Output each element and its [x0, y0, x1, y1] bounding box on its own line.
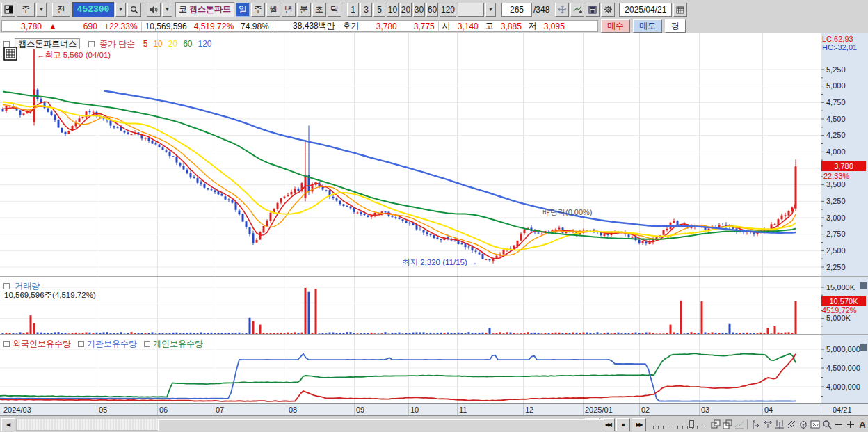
interval-button-20[interactable]: 20	[400, 3, 412, 17]
time-axis-label: 06	[159, 406, 168, 414]
toolbar-divider	[747, 419, 748, 429]
time-axis-separator	[639, 404, 640, 416]
draw-tools-button[interactable]	[786, 419, 797, 430]
pane-expand-icon[interactable]	[860, 282, 867, 289]
date-input[interactable]: 2025/04/21	[619, 3, 672, 17]
time-axis-label: 02	[641, 406, 650, 414]
top-toolbar: 주 ▼ 전 452300 ▼ ▼ 코 캡스톤파트 일주월년분초틱 1351020…	[0, 0, 868, 19]
hc-value: HC:-32,01	[822, 43, 857, 51]
time-axis-separator	[583, 404, 584, 416]
sound-dropdown-arrow[interactable]: ▼	[162, 3, 172, 17]
cube-icon	[798, 419, 808, 429]
interval-button-1[interactable]: 1	[347, 3, 359, 17]
change-percent: +22.33%	[101, 22, 141, 31]
period-tab-3[interactable]: 년	[282, 3, 296, 17]
scroll-left-button[interactable]: ◀	[1, 418, 15, 431]
buy-button[interactable]: 매수	[601, 19, 630, 33]
zoom-out-button[interactable]	[833, 419, 844, 430]
code-dropdown-arrow[interactable]: ▼	[115, 3, 126, 17]
period-tab-1[interactable]: 주	[251, 3, 265, 17]
last-date-label: 04/21	[833, 406, 852, 414]
avg-button[interactable]: 평	[665, 19, 686, 33]
ma-period-label: 20	[168, 39, 177, 49]
ma-period-legend: 5102060120	[138, 39, 212, 49]
draw-lines-icon	[787, 419, 796, 429]
save-button[interactable]	[586, 3, 600, 17]
stock-chart-window: 주 ▼ 전 452300 ▼ ▼ 코 캡스톤파트 일주월년분초틱 1351020…	[0, 0, 868, 432]
interval-button-60[interactable]: 60	[426, 3, 438, 17]
interval-button-120[interactable]: 120	[440, 3, 456, 17]
period-tab-5[interactable]: 초	[312, 3, 326, 17]
amount-value: 38,438백만	[273, 20, 339, 32]
period-tab-0[interactable]: 일	[236, 3, 250, 17]
zoom-in-button[interactable]	[845, 419, 856, 430]
save-icon	[588, 6, 597, 14]
prev-stock-button[interactable]: 전	[52, 3, 70, 17]
slider-handle[interactable]	[689, 420, 694, 428]
time-axis-separator	[157, 404, 158, 416]
time-axis-right-cell: 04/21	[821, 404, 868, 416]
low-annotation: 최저 2,320 (11/15) →	[402, 257, 477, 268]
window-panel-button[interactable]	[1, 3, 15, 17]
low-price: 3,095	[540, 22, 568, 31]
hoga-label: 호가	[339, 20, 363, 32]
snapshot-button[interactable]	[810, 419, 821, 430]
time-axis-label: 2025/01	[585, 406, 613, 414]
stock-code-input[interactable]: 452300	[72, 2, 114, 17]
time-axis-label: 10	[410, 406, 419, 414]
zigzag-tool-button[interactable]	[734, 419, 745, 430]
compare-windows-button[interactable]	[722, 419, 733, 430]
left-scale-button[interactable]	[750, 419, 762, 430]
four-arrows-icon	[558, 5, 567, 14]
interval-button-10[interactable]: 10	[387, 3, 399, 17]
open-price: 3,140	[454, 22, 482, 31]
bar-count-input[interactable]: 265	[501, 3, 532, 17]
cube-tool-button[interactable]	[798, 419, 809, 430]
bar-compress-button[interactable]	[774, 419, 785, 430]
period-tab-6[interactable]: 틱	[328, 3, 341, 17]
interval-button-5[interactable]: 5	[373, 3, 385, 17]
period-tab-4[interactable]: 분	[297, 3, 311, 17]
sell-button[interactable]: 매도	[633, 19, 662, 33]
price-axis-label: 5,250	[826, 65, 846, 74]
fast-forward-button[interactable]: ▶▶	[632, 418, 645, 431]
zoom-tool-button[interactable]	[821, 419, 833, 430]
market-label: 코	[179, 3, 187, 15]
price-axis-label: 2,500	[826, 246, 846, 255]
ma-period-label: 120	[198, 39, 211, 49]
time-axis-label: 2024/03	[3, 406, 31, 414]
move-mode-button[interactable]	[555, 3, 569, 17]
calendar-button[interactable]	[673, 3, 687, 17]
chart-style-arrow[interactable]: ▼	[485, 3, 496, 17]
minus-icon	[834, 419, 844, 429]
legend-square-icon	[78, 341, 84, 347]
time-axis-label: 05	[99, 406, 107, 414]
settings-button[interactable]	[601, 3, 615, 17]
sound-button[interactable]	[147, 3, 161, 17]
ma-period-label: 60	[183, 39, 192, 49]
interval-button-3[interactable]: 3	[360, 3, 372, 17]
holdings-axis-label: 5,000,000	[826, 345, 860, 353]
overlay-chart-button[interactable]	[710, 419, 721, 430]
price-axis-label: 4,000	[826, 147, 846, 156]
time-axis-separator	[287, 404, 287, 416]
period-week-button[interactable]: 주	[17, 3, 35, 17]
font-tool-button[interactable]: A	[857, 419, 868, 430]
bid-price: 3,775	[401, 22, 438, 31]
time-axis-separator	[457, 404, 458, 416]
holdings-legend: 외국인보유수량기관보유수량개인보유수량	[3, 338, 203, 350]
speed-slider[interactable]	[653, 419, 704, 431]
scrollbar-thumb[interactable]	[158, 419, 604, 431]
period-tab-2[interactable]: 월	[266, 3, 280, 17]
pane-expand-icon[interactable]	[860, 344, 867, 351]
interval-button-30[interactable]: 30	[413, 3, 425, 17]
trendline-add-button[interactable]	[570, 3, 584, 17]
volume-percent: 4,519.72%	[191, 22, 237, 31]
top-scale-button[interactable]	[762, 419, 773, 430]
chart-style-combo[interactable]	[458, 3, 484, 17]
period-dropdown-arrow[interactable]: ▼	[36, 3, 47, 17]
time-axis-label: 03	[701, 406, 709, 414]
scrollbar-track[interactable]	[16, 419, 584, 431]
search-button[interactable]	[127, 3, 141, 17]
stop-button[interactable]: ■	[616, 418, 630, 431]
